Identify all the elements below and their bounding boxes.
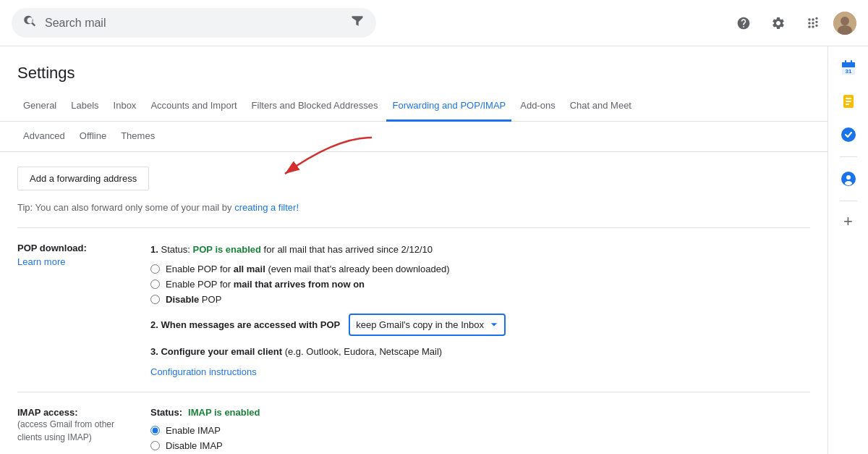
help-button[interactable] [729,9,758,38]
tab-filters[interactable]: Filters and Blocked Addresses [246,91,384,122]
header [0,0,868,46]
svg-rect-14 [846,104,849,105]
pop-download-section: POP download: Learn more 1. Status: POP … [17,228,810,392]
pop-label-title: POP download: [17,243,133,253]
add-forwarding-button[interactable]: Add a forwarding address [17,167,149,190]
pop-configure-text: 3. Configure your email client (e.g. Out… [150,345,810,360]
tab-advanced[interactable]: Advanced [17,122,71,152]
imap-enable-radio[interactable] [150,426,160,435]
pop-radio-all-label: Enable POP for all mail (even mail that'… [166,264,450,274]
status-prefix: Status: [161,244,192,255]
configuration-instructions-link[interactable]: Configuration instructions [150,366,257,377]
svg-point-1 [841,17,849,25]
imap-section: IMAP access: (access Gmail from other cl… [17,392,810,454]
filter-icon[interactable] [350,14,365,32]
svg-point-15 [841,127,856,142]
right-sidebar: 31 + [827,46,868,454]
sidebar-divider-1 [840,156,857,157]
pop-radio-now: Enable POP for mail that arrives from no… [150,279,810,290]
imap-label-sub: (access Gmail from other clients using I… [17,418,133,444]
pop-body: 1. Status: POP is enabled for all mail t… [150,243,810,377]
pop-action-select[interactable]: keep Gmail's copy in the Inbox [349,314,506,336]
pop-status-text: 1. Status: POP is enabled for all mail t… [150,243,810,258]
imap-label-title: IMAP access: [17,407,133,418]
imap-body: Status: IMAP is enabled Enable IMAP Disa… [150,407,810,454]
svg-point-18 [845,181,852,185]
imap-status-row: Status: IMAP is enabled [150,407,810,418]
pop-label: POP download: Learn more [17,243,133,377]
pop-section2-label: 2. When messages are accessed with POP [150,319,340,330]
main-content: Settings General Labels Inbox Accounts a… [0,46,868,454]
imap-disable-row: Disable IMAP [150,440,810,451]
imap-status-prefix: Status: [150,407,182,418]
forwarding-section: Add a forwarding address [17,167,810,228]
tab-themes[interactable]: Themes [115,122,161,152]
search-icon [23,14,38,32]
pop-status-suffix: for all mail that has arrived since 2/12… [264,244,433,255]
pop-radio-disable-input[interactable] [150,295,160,304]
pop-radio-now-input[interactable] [150,279,160,289]
svg-rect-13 [846,101,851,102]
sidebar-calendar-icon[interactable]: 31 [834,54,863,83]
imap-label: IMAP access: (access Gmail from other cl… [17,407,133,454]
tab-general[interactable]: General [17,91,62,122]
svg-text:31: 31 [845,68,851,75]
imap-status-value: IMAP is enabled [188,407,260,418]
imap-disable-label: Disable IMAP [166,440,223,451]
tab-inbox[interactable]: Inbox [108,91,142,122]
page-title: Settings [0,46,827,91]
sidebar-contacts-icon[interactable] [834,164,863,193]
svg-rect-7 [842,62,855,67]
pop-radio-disable-label: Disable POP [166,294,221,305]
pop-select-wrapper: keep Gmail's copy in the Inbox [349,314,506,336]
forward-btn-row: Add a forwarding address [17,167,810,190]
tabs-row-1: General Labels Inbox Accounts and Import… [0,91,827,122]
pop-radio-all: Enable POP for all mail (even mail that'… [150,264,810,274]
sidebar-add-button[interactable]: + [834,207,863,236]
tip-text: Tip: You can also forward only some of y… [17,202,810,213]
tab-chat[interactable]: Chat and Meet [564,91,637,122]
pop-learn-more-link[interactable]: Learn more [17,256,133,267]
search-input[interactable] [45,17,343,30]
imap-enable-row: Enable IMAP [150,425,810,436]
content-area: Settings General Labels Inbox Accounts a… [0,46,827,454]
pop-radio-now-label: Enable POP for mail that arrives from no… [166,279,365,290]
pop-num-1: 1. [150,244,161,255]
apps-button[interactable] [799,9,827,38]
settings-button[interactable] [764,9,793,38]
avatar[interactable] [833,12,856,35]
tab-forwarding[interactable]: Forwarding and POP/IMAP [386,91,511,122]
sidebar-divider-2 [840,201,857,201]
sidebar-keep-icon[interactable] [834,87,863,116]
tabs-row-2: Advanced Offline Themes [0,122,827,152]
tab-labels[interactable]: Labels [65,91,104,122]
creating-filter-link[interactable]: creating a filter! [234,202,299,213]
svg-rect-12 [846,98,851,99]
pop-radio-disable: Disable POP [150,294,810,305]
pop-status-value: POP is enabled [193,244,261,255]
imap-disable-radio[interactable] [150,441,160,450]
search-bar [12,8,376,38]
imap-enable-label: Enable IMAP [166,425,221,436]
svg-point-17 [846,175,851,180]
tab-accounts[interactable]: Accounts and Import [145,91,242,122]
sidebar-tasks-icon[interactable] [834,120,863,149]
header-icons [729,9,856,38]
pop-radio-all-input[interactable] [150,264,160,274]
settings-content: Add a forwarding address [0,152,827,454]
tab-offline[interactable]: Offline [74,122,112,152]
tab-addons[interactable]: Add-ons [514,91,561,122]
pop-when-accessed-row: 2. When messages are accessed with POP k… [150,314,810,336]
